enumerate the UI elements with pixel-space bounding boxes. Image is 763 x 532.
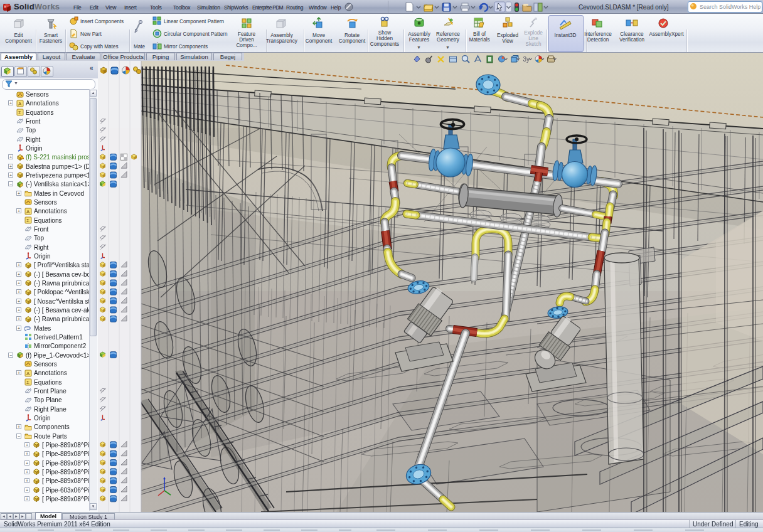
svg-text:Σ: Σ xyxy=(26,380,29,385)
svg-text:A: A xyxy=(26,209,30,215)
svg-text:Σ: Σ xyxy=(18,110,21,115)
svg-text:3y: 3y xyxy=(523,56,530,63)
svg-text:Σ: Σ xyxy=(26,218,29,223)
svg-text:A: A xyxy=(26,371,30,376)
svg-text:A: A xyxy=(18,101,22,107)
